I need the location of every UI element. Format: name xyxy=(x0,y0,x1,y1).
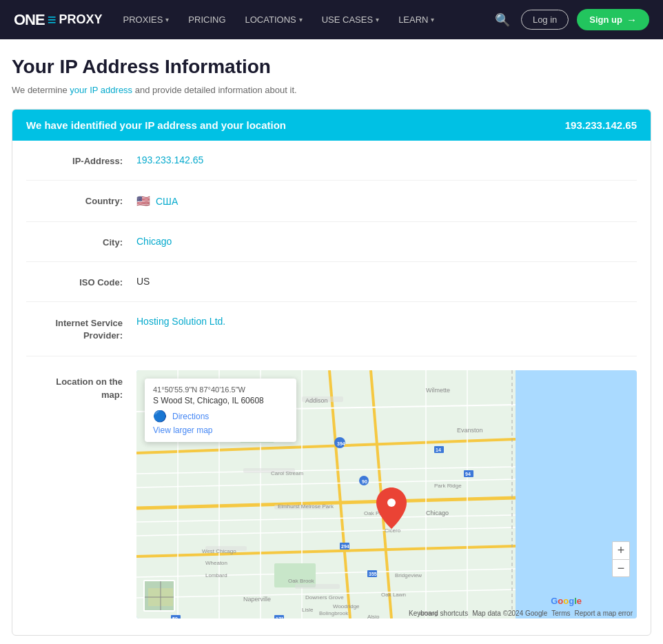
svg-text:Woodridge: Woodridge xyxy=(333,603,360,610)
ip-row: IP-Address: 193.233.142.65 xyxy=(26,141,637,181)
svg-text:59: 59 xyxy=(172,616,178,618)
banner-ip: 193.233.142.65 xyxy=(565,119,637,131)
svg-text:Cicero: Cicero xyxy=(385,527,401,534)
terms-link[interactable]: Terms xyxy=(551,610,570,617)
isp-label: Internet ServiceProvider: xyxy=(26,316,136,342)
map-coords: 41°50'55.9"N 87°40'16.5"W xyxy=(153,385,288,394)
city-value: Chicago xyxy=(136,236,172,247)
svg-rect-27 xyxy=(295,584,340,589)
chevron-down-icon: ▾ xyxy=(431,16,434,23)
info-rows: IP-Address: 193.233.142.65 Country: 🇺🇸 С… xyxy=(12,141,651,635)
page-subtitle: We determine your IP address and provide… xyxy=(12,85,651,95)
zoom-out-button[interactable]: − xyxy=(612,559,630,577)
svg-text:Naperville: Naperville xyxy=(243,596,271,603)
country-flag: 🇺🇸 xyxy=(136,194,150,208)
svg-text:West Chicago: West Chicago xyxy=(202,548,236,554)
map-zoom-controls: + − xyxy=(612,541,630,577)
nav-proxies[interactable]: PROXIES ▾ xyxy=(123,14,170,25)
search-icon: 🔍 xyxy=(495,13,510,27)
svg-text:Wilmette: Wilmette xyxy=(426,387,450,394)
chevron-down-icon: ▾ xyxy=(376,16,379,23)
report-error-link[interactable]: Report a map error xyxy=(575,610,633,617)
signup-button[interactable]: Sign up → xyxy=(577,9,649,30)
view-larger-map-link[interactable]: View larger map xyxy=(153,425,288,435)
svg-text:Lisle: Lisle xyxy=(302,607,314,613)
isp-value: Hosting Solution Ltd. xyxy=(136,316,225,327)
nav-pricing[interactable]: PRICING xyxy=(188,14,225,25)
iso-row: ISO Code: US xyxy=(26,262,637,302)
main-content: Your IP Address Information We determine… xyxy=(1,39,662,644)
svg-text:171: 171 xyxy=(276,616,284,618)
svg-text:Carol Stream: Carol Stream xyxy=(271,470,303,476)
svg-text:Alsip: Alsip xyxy=(367,614,380,618)
chevron-down-icon: ▾ xyxy=(299,16,303,23)
banner-text: We have identified your IP address and y… xyxy=(26,119,286,131)
svg-text:90: 90 xyxy=(362,479,367,484)
logo-link[interactable]: ONE≡PROXY xyxy=(14,11,103,29)
zoom-in-button[interactable]: + xyxy=(612,541,630,559)
svg-text:394: 394 xyxy=(337,441,345,446)
iso-value: US xyxy=(136,276,150,287)
city-label: City: xyxy=(26,236,136,248)
chevron-down-icon: ▾ xyxy=(165,16,169,23)
ip-address-link[interactable]: your IP address xyxy=(70,85,132,95)
ip-label: IP-Address: xyxy=(26,154,136,166)
svg-text:94: 94 xyxy=(465,472,471,476)
directions-link[interactable]: Directions xyxy=(172,412,209,421)
map-address: S Wood St, Chicago, IL 60608 xyxy=(153,396,288,405)
ip-value: 193.233.142.65 xyxy=(136,154,203,165)
map-footer: Keyboard shortcuts Map data ©2024 Google… xyxy=(409,610,633,617)
search-button[interactable]: 🔍 xyxy=(492,10,513,30)
nav-learn[interactable]: LEARN ▾ xyxy=(398,14,434,25)
svg-text:Park Ridge: Park Ridge xyxy=(434,483,462,489)
iso-label: ISO Code: xyxy=(26,276,136,288)
ip-banner: We have identified your IP address and y… xyxy=(12,110,651,141)
navbar: ONE≡PROXY PROXIES ▾ PRICING LOCATIONS ▾ … xyxy=(0,0,663,39)
isp-row: Internet ServiceProvider: Hosting Soluti… xyxy=(26,302,637,356)
nav-use-cases[interactable]: USE CASES ▾ xyxy=(322,14,379,25)
country-label: Country: xyxy=(26,194,136,206)
svg-text:Bridgeview: Bridgeview xyxy=(395,572,422,578)
country-name: США xyxy=(156,196,178,207)
nav-locations[interactable]: LOCATIONS ▾ xyxy=(245,14,303,25)
city-row: City: Chicago xyxy=(26,222,637,262)
svg-text:Lombard: Lombard xyxy=(205,572,227,578)
svg-text:Evanston: Evanston xyxy=(457,427,483,434)
svg-text:Oak Lawn: Oak Lawn xyxy=(381,592,406,598)
svg-text:355: 355 xyxy=(369,572,377,576)
map-row: Location on themap: xyxy=(26,356,637,635)
svg-text:Oak Brook: Oak Brook xyxy=(288,578,315,584)
nav-links: PROXIES ▾ PRICING LOCATIONS ▾ USE CASES … xyxy=(123,14,471,25)
arrow-icon: → xyxy=(626,14,637,26)
svg-point-68 xyxy=(387,499,396,507)
map-label: Location on themap: xyxy=(26,370,136,401)
svg-text:Chicago: Chicago xyxy=(426,510,449,516)
map-thumbnail[interactable] xyxy=(143,580,175,612)
ip-info-card: We have identified your IP address and y… xyxy=(12,109,651,636)
nav-actions: 🔍 Log in Sign up → xyxy=(492,9,649,30)
logo-text-one: ≡ xyxy=(48,11,57,29)
svg-text:294: 294 xyxy=(341,544,349,549)
svg-text:Wheaton: Wheaton xyxy=(205,560,227,566)
svg-text:14: 14 xyxy=(436,447,441,452)
country-row: Country: 🇺🇸 США xyxy=(26,181,637,222)
keyboard-shortcuts-link[interactable]: Keyboard shortcuts xyxy=(409,610,468,617)
svg-text:Downers Grove: Downers Grove xyxy=(305,594,344,601)
map-popup: 41°50'55.9"N 87°40'16.5"W S Wood St, Chi… xyxy=(145,379,296,442)
directions-icon: 🔵 xyxy=(153,410,167,423)
map-data-text: Map data ©2024 Google xyxy=(472,610,547,617)
map-container[interactable]: Addison Carol Stream Elmhurst Melrose Pa… xyxy=(136,370,637,618)
svg-text:Addison: Addison xyxy=(305,397,328,404)
map-popup-actions: 🔵 Directions xyxy=(153,410,288,423)
logo-text-on: ONE xyxy=(14,11,45,29)
login-button[interactable]: Log in xyxy=(521,10,569,30)
page-title: Your IP Address Information xyxy=(12,56,651,78)
country-value: 🇺🇸 США xyxy=(136,194,178,208)
thumbnail-svg xyxy=(145,581,175,612)
logo-text-proxy: PROXY xyxy=(59,12,103,27)
svg-text:Elmhurst Melrose Park: Elmhurst Melrose Park xyxy=(278,503,334,510)
google-logo: Google xyxy=(551,596,582,606)
svg-text:Bolingbrook: Bolingbrook xyxy=(319,610,349,616)
